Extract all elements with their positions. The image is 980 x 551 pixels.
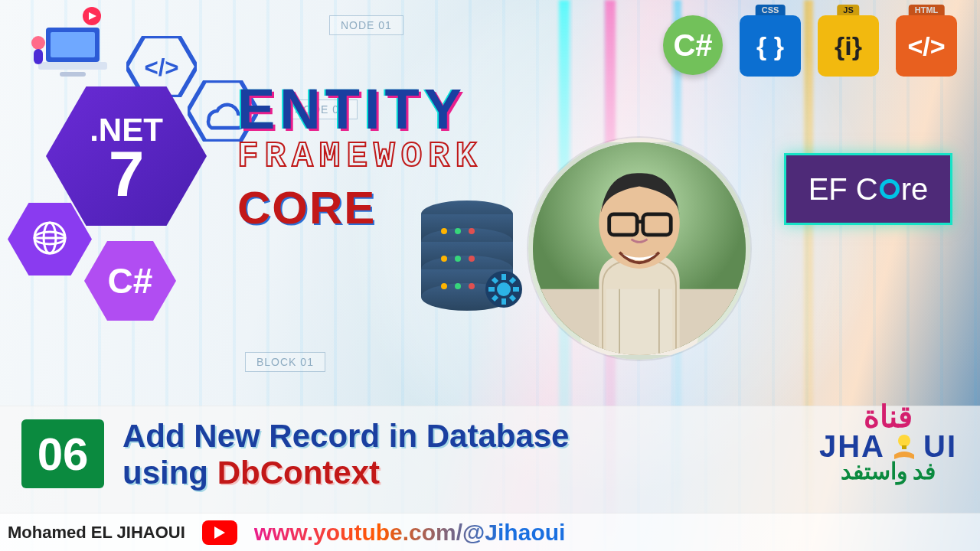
channel-logo: قناة JHA UI فد واستفد <box>819 402 957 483</box>
framework-text: FRAMEWORK <box>237 137 482 177</box>
channel-latin-right: UI <box>923 431 957 461</box>
episode-number-badge: 06 <box>21 419 104 488</box>
css-badge: CSS { } <box>740 15 801 77</box>
svg-point-25 <box>455 228 461 234</box>
globe-hex <box>8 203 92 276</box>
lesson-line2-prefix: using <box>122 455 217 491</box>
youtube-icon <box>202 520 237 545</box>
lightbulb-hand-icon <box>890 432 919 461</box>
js-badge-tab: JS <box>837 5 859 15</box>
bg-block-label: BLOCK 01 <box>245 352 325 372</box>
csharp-hex: C# <box>84 241 176 321</box>
svg-line-40 <box>493 296 497 300</box>
html-badge: HTML </> <box>896 15 957 77</box>
lesson-line1: Add New Record in Database <box>122 418 569 455</box>
bg-block-label: NODE 01 <box>329 15 403 35</box>
css-badge-tab: CSS <box>756 5 786 15</box>
svg-point-29 <box>469 256 475 262</box>
svg-point-50 <box>898 435 910 447</box>
svg-point-30 <box>469 283 475 289</box>
js-badge: JS {i} <box>818 15 879 77</box>
csharp-label: C# <box>108 260 153 302</box>
lesson-line2-highlight: DbContext <box>217 455 380 491</box>
svg-point-22 <box>441 228 447 234</box>
svg-text:</>: </> <box>144 54 178 81</box>
angle-brackets-icon: </> <box>907 33 945 59</box>
csharp-badge: C# <box>663 15 723 75</box>
efcore-prefix: EF C <box>808 172 878 207</box>
efcore-logo-box: EF Cre <box>784 153 952 225</box>
svg-point-26 <box>455 256 461 262</box>
svg-rect-51 <box>902 445 906 449</box>
youtube-url: www.youtube.com/@Jihaoui <box>254 520 566 546</box>
svg-point-24 <box>441 283 447 289</box>
svg-rect-43 <box>606 289 672 355</box>
footer: Mohamed EL JIHAOUI www.youtube.com/@Jiha… <box>0 513 980 551</box>
efcore-suffix: re <box>901 172 929 207</box>
dotnet-version: 7 <box>90 148 163 200</box>
braces-i-icon: {i} <box>835 33 862 59</box>
channel-latin-left: JHA <box>819 431 885 461</box>
database-icon <box>413 199 544 337</box>
csharp-badge-label: C# <box>673 28 712 63</box>
svg-line-38 <box>511 296 514 300</box>
dotnet-hex-cluster: </> .NET 7 C# <box>8 27 268 310</box>
lesson-title: Add New Record in Database using DbConte… <box>122 418 569 492</box>
svg-point-32 <box>497 282 511 296</box>
entity-text: ENTITY <box>237 77 482 142</box>
svg-line-39 <box>511 279 514 282</box>
braces-icon: { } <box>756 33 784 59</box>
presenter-avatar <box>528 138 750 360</box>
tech-badges: C# CSS { } JS {i} HTML </> <box>663 15 957 77</box>
core-text: CORE <box>237 181 376 234</box>
svg-line-37 <box>493 279 497 282</box>
ring-icon <box>880 179 900 199</box>
channel-arabic-top: قناة <box>819 402 957 432</box>
author-name: Mohamed EL JIHAOUI <box>8 523 185 543</box>
html-badge-tab: HTML <box>909 5 945 15</box>
svg-point-27 <box>455 283 461 289</box>
svg-point-23 <box>441 256 447 262</box>
svg-point-28 <box>469 228 475 234</box>
channel-arabic-bottom: فد واستفد <box>819 460 957 483</box>
